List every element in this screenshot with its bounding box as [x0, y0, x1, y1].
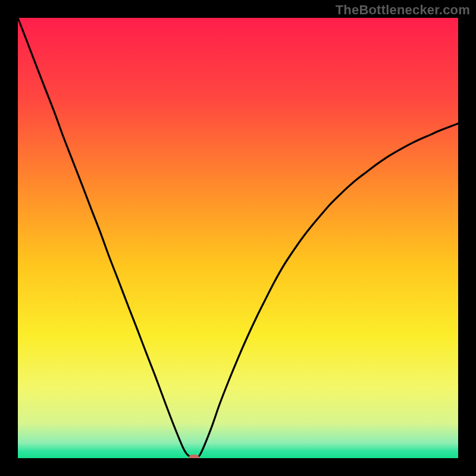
plot-area	[18, 18, 458, 458]
minimum-marker	[189, 455, 199, 458]
watermark-text: TheBottlenecker.com	[336, 2, 470, 18]
chart-frame: TheBottlenecker.com	[0, 0, 476, 476]
bottleneck-curve	[18, 18, 458, 458]
curve-layer	[18, 18, 458, 458]
